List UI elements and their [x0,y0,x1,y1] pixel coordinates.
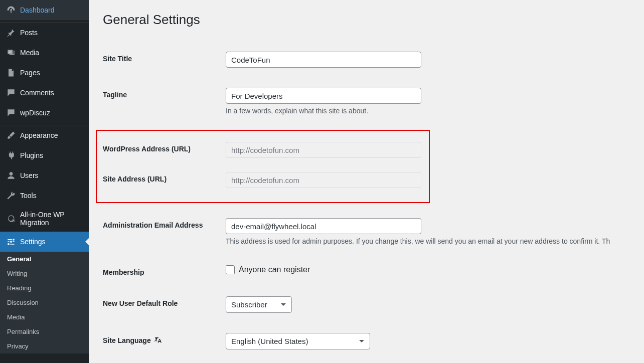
svg-point-1 [9,52,10,53]
default-role-select[interactable]: Subscriber [226,296,292,313]
gauge-icon [6,5,16,15]
label-wp-address: WordPress Address (URL) [103,142,226,153]
settings-form: Site Title Tagline In a few words, expla… [103,42,630,363]
svg-point-2 [10,172,13,175]
sidebar-item-settings[interactable]: Settings [0,232,89,252]
sidebar-item-label: Posts [20,29,38,37]
sidebar-sub-media[interactable]: Media [0,310,89,324]
sidebar-item-comments[interactable]: Comments [0,83,89,103]
pin-icon [6,28,16,38]
label-site-title: Site Title [103,52,226,63]
sidebar-item-media[interactable]: Media [0,43,89,63]
sidebar-item-users[interactable]: Users [0,165,89,186]
row-default-role: New User Default Role Subscriber [103,286,630,323]
sidebar-sub-reading[interactable]: Reading [0,281,89,295]
wp-address-input [226,142,421,158]
sidebar-item-label: Settings [20,238,46,246]
sidebar-item-label: Pages [20,69,40,77]
sidebar-item-posts[interactable]: Posts [0,23,89,43]
page-title: General Settings [103,12,630,28]
sidebar-item-migration[interactable]: All-in-One WP Migration [0,206,89,232]
admin-sidebar: Dashboard Posts Media Pages Comments wpD… [0,0,89,363]
sidebar-item-label: wpDiscuz [20,109,50,117]
tagline-input[interactable] [226,88,421,104]
row-site-language: Site Language English (United States) [103,323,630,359]
sidebar-item-label: Tools [20,192,37,200]
label-membership: Membership [103,265,226,276]
brush-icon [6,130,16,140]
anyone-register-label: Anyone can register [239,265,310,274]
label-tagline: Tagline [103,88,226,99]
sidebar-item-label: Comments [20,89,54,97]
row-membership: Membership Anyone can register [103,255,630,286]
sidebar-item-label: Users [20,171,39,179]
row-admin-email: Administration Email Address This addres… [103,208,630,255]
label-default-role: New User Default Role [103,296,226,307]
sliders-icon [6,237,16,247]
comment-icon [6,108,16,118]
refresh-icon [6,214,16,224]
sidebar-item-wpdiscuz[interactable]: wpDiscuz [0,103,89,123]
label-site-language: Site Language [103,333,226,345]
sidebar-item-tools[interactable]: Tools [0,186,89,206]
plug-icon [6,150,16,160]
sidebar-item-label: All-in-One WP Migration [20,211,83,227]
sidebar-submenu: General Writing Reading Discussion Media… [0,252,89,353]
anyone-register-checkbox[interactable] [226,265,235,274]
main-content: General Settings Site Title Tagline In a… [89,0,644,363]
sidebar-item-label: Appearance [20,131,58,139]
row-site-address: Site Address (URL) [103,165,423,195]
wrench-icon [6,191,16,201]
tagline-description: In a few words, explain what this site i… [226,107,630,115]
site-language-select[interactable]: English (United States) [226,333,370,349]
sidebar-sub-general[interactable]: General [0,252,89,266]
sidebar-item-pages[interactable]: Pages [0,63,89,83]
sidebar-item-dashboard[interactable]: Dashboard [0,0,89,20]
sidebar-sub-permalinks[interactable]: Permalinks [0,324,89,339]
sidebar-sub-writing[interactable]: Writing [0,266,89,281]
row-timezone: Timezone UTC+0 Choose either a city in t… [103,359,630,363]
sidebar-item-label: Plugins [20,151,43,159]
sidebar-item-label: Dashboard [20,6,55,14]
page-icon [6,68,16,78]
sidebar-sub-discussion[interactable]: Discussion [0,295,89,310]
sidebar-item-label: Media [20,49,39,57]
highlighted-urls: WordPress Address (URL) Site Address (UR… [96,130,430,203]
site-address-input [226,172,421,188]
user-icon [6,170,16,180]
media-icon [6,48,16,58]
admin-email-description: This address is used for admin purposes.… [226,237,630,245]
site-title-input[interactable] [226,52,421,68]
comment-icon [6,88,16,98]
admin-email-input[interactable] [226,218,421,234]
row-wp-address: WordPress Address (URL) [103,135,423,165]
sidebar-item-appearance[interactable]: Appearance [0,125,89,145]
label-admin-email: Administration Email Address [103,218,226,229]
row-tagline: Tagline In a few words, explain what thi… [103,78,630,125]
sidebar-item-plugins[interactable]: Plugins [0,145,89,165]
row-site-title: Site Title [103,42,630,78]
sidebar-sub-privacy[interactable]: Privacy [0,339,89,353]
translate-icon [154,336,163,345]
label-site-address: Site Address (URL) [103,172,226,183]
